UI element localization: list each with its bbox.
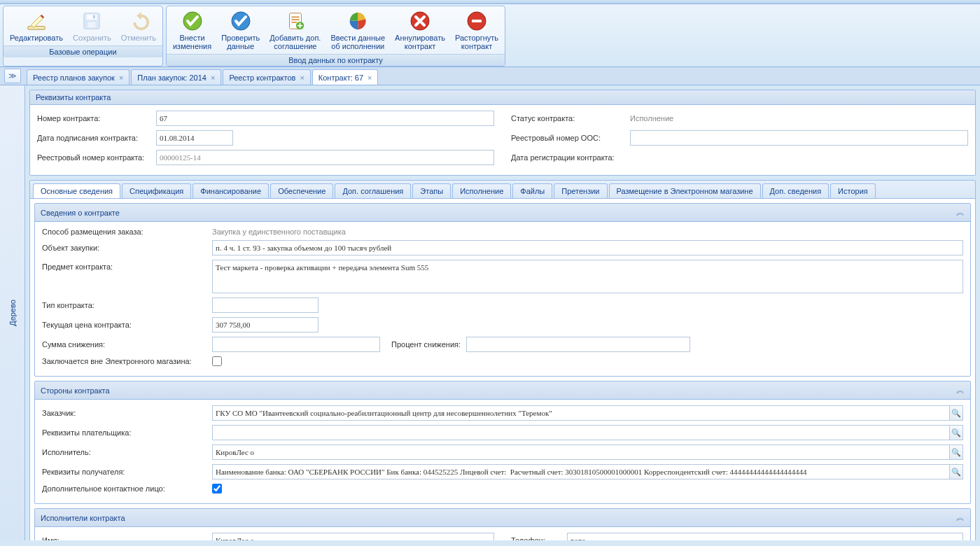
check-data-label: Проверить данные: [221, 34, 260, 50]
price-input[interactable]: [212, 317, 318, 332]
label-reduce-sum: Сумма снижения:: [42, 340, 212, 349]
ribbon-group-contract: Внести изменения Проверить данные Добави…: [166, 6, 505, 66]
label-oos-no: Реестровый номер ООС:: [511, 134, 630, 142]
payee-input[interactable]: [212, 464, 949, 479]
cancel-label: Отменить: [121, 34, 156, 42]
tab-claims[interactable]: Претензии: [554, 183, 607, 198]
save-button: Сохранить: [68, 8, 116, 44]
reduce-pct-input[interactable]: [466, 337, 690, 352]
label-status: Статус контракта:: [511, 114, 630, 122]
panel-executors: Исполнители контракта ︽ Имя: Телефон:: [34, 508, 971, 540]
label-executor-name: Имя:: [42, 536, 212, 540]
undo-icon: [127, 10, 150, 32]
close-icon[interactable]: ×: [211, 74, 215, 82]
type-input[interactable]: [212, 298, 318, 313]
tab-marketplace[interactable]: Размещение в Электронном магазине: [609, 183, 761, 198]
oos-no-input[interactable]: [630, 130, 968, 146]
save-label: Сохранить: [73, 34, 111, 42]
label-payer: Реквизиты плательщика:: [42, 428, 212, 437]
extra-contact-checkbox[interactable]: [212, 484, 222, 493]
label-payee: Реквизиты получателя:: [42, 468, 212, 476]
label-type: Тип контракта:: [42, 301, 212, 309]
svg-rect-8: [291, 16, 299, 18]
panel-details: Сведения о контракте ︽ Способ размещения…: [34, 203, 971, 377]
edit-label: Редактировать: [10, 34, 63, 42]
contractor-input[interactable]: [212, 444, 949, 460]
executor-phone-input[interactable]: [567, 533, 963, 540]
tab-stages[interactable]: Этапы: [412, 183, 451, 198]
doc-tab-registry-plans[interactable]: Реестр планов закупок×: [27, 69, 130, 85]
annul-button[interactable]: Аннулировать контракт: [390, 8, 450, 52]
document-plus-icon: [284, 10, 307, 32]
check-data-button[interactable]: Проверить данные: [216, 8, 265, 52]
contractor-lookup: 🔍: [212, 444, 963, 460]
apply-changes-label: Внести изменения: [173, 34, 211, 50]
outside-market-checkbox[interactable]: [212, 356, 222, 366]
panel-executors-header: Исполнители контракта ︽: [35, 509, 970, 527]
tab-files[interactable]: Файлы: [512, 183, 552, 198]
subject-textarea[interactable]: [212, 260, 963, 293]
tab-financing[interactable]: Финансирование: [192, 183, 269, 198]
tab-history[interactable]: История: [830, 183, 876, 198]
payee-lookup: 🔍: [212, 464, 963, 479]
tab-collateral[interactable]: Обеспечение: [270, 183, 333, 198]
search-icon[interactable]: 🔍: [949, 425, 963, 440]
panel-requisites-header: Реквизиты контракта: [30, 90, 975, 105]
tab-specification[interactable]: Спецификация: [122, 183, 191, 198]
sign-date-input[interactable]: [156, 130, 233, 146]
doc-tab-contract-67[interactable]: Контракт: 67×: [312, 69, 379, 85]
executor-name-input[interactable]: [212, 533, 494, 540]
label-sign-date: Дата подписания контракта:: [37, 134, 156, 142]
object-input[interactable]: [212, 240, 963, 255]
registry-no-input[interactable]: [156, 150, 494, 165]
label-customer: Заказчик:: [42, 409, 212, 417]
check-green-icon: [181, 10, 204, 32]
panel-parties: Стороны контракта ︽ Заказчик: 🔍 Рек: [34, 381, 971, 504]
sidebar-collapsed[interactable]: Дерево: [0, 85, 25, 540]
apply-changes-button[interactable]: Внести изменения: [168, 8, 216, 52]
reduce-sum-input[interactable]: [212, 337, 380, 352]
collapse-icon[interactable]: ︽: [956, 206, 965, 218]
pencil-icon: [25, 10, 48, 32]
svg-rect-3: [88, 22, 96, 28]
tab-addendums[interactable]: Доп. соглашения: [335, 183, 411, 198]
sidebar-label: Дерево: [8, 300, 17, 326]
pie-chart-icon: [346, 10, 369, 32]
collapse-icon[interactable]: ︽: [956, 384, 965, 396]
cancel-button: Отменить: [116, 8, 161, 44]
svg-rect-14: [472, 20, 482, 22]
minus-red-icon: [465, 10, 488, 32]
expand-sidebar-button[interactable]: ≫: [4, 69, 21, 83]
tab-extra-info[interactable]: Доп. сведения: [762, 183, 830, 198]
add-agreement-label: Добавить доп. соглашение: [270, 34, 321, 50]
doc-tab-plan-2014[interactable]: План закупок: 2014×: [131, 69, 221, 85]
tab-execution[interactable]: Исполнение: [452, 183, 511, 198]
edit-button[interactable]: Редактировать: [5, 8, 68, 44]
customer-input[interactable]: [212, 405, 949, 421]
label-registry-no: Реестровый номер контракта:: [37, 153, 156, 162]
search-icon[interactable]: 🔍: [949, 405, 963, 421]
enter-execution-button[interactable]: Ввести данные об исполнении: [326, 8, 390, 52]
panel-tabs: Основные сведения Спецификация Финансиро…: [29, 180, 976, 540]
status-value: Исполнение: [630, 114, 673, 122]
close-icon[interactable]: ×: [368, 74, 372, 82]
label-price: Текущая цена контракта:: [42, 321, 212, 329]
add-agreement-button[interactable]: Добавить доп. соглашение: [265, 8, 326, 52]
close-icon[interactable]: ×: [119, 74, 123, 82]
label-outside-market: Заключается вне Электронного магазина:: [42, 357, 212, 365]
contract-number-input[interactable]: [156, 111, 494, 126]
collapse-icon[interactable]: ︽: [956, 512, 965, 524]
label-contract-number: Номер контракта:: [37, 114, 156, 122]
tab-general[interactable]: Основные сведения: [33, 183, 120, 198]
label-executor-phone: Телефон:: [511, 536, 567, 540]
label-reduce-pct: Процент снижения:: [391, 340, 461, 349]
search-icon[interactable]: 🔍: [949, 464, 963, 479]
svg-rect-4: [93, 15, 95, 19]
search-icon[interactable]: 🔍: [949, 444, 963, 460]
close-icon[interactable]: ×: [300, 74, 304, 82]
svg-rect-2: [87, 15, 97, 20]
doc-tab-registry-contracts[interactable]: Реестр контрактов×: [223, 69, 310, 85]
payer-input[interactable]: [212, 425, 949, 440]
terminate-button[interactable]: Расторгнуть контракт: [450, 8, 503, 52]
annul-label: Аннулировать контракт: [395, 34, 445, 50]
